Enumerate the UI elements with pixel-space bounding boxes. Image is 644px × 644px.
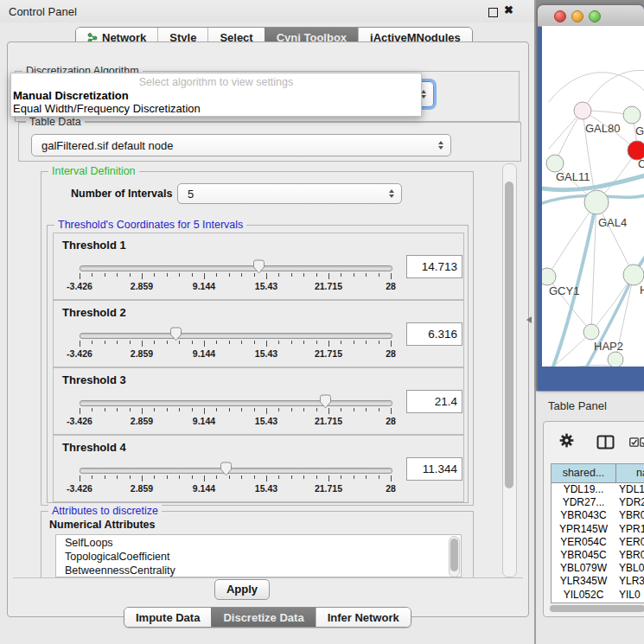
threshold-slider-handle[interactable] xyxy=(220,462,233,476)
minor-tick xyxy=(167,273,168,277)
minor-tick xyxy=(117,475,118,479)
minor-tick xyxy=(303,341,304,344)
table-row[interactable]: YER054CYER0 xyxy=(552,536,644,549)
threshold-slider-handle[interactable] xyxy=(252,259,265,274)
network-node[interactable] xyxy=(574,102,591,119)
minor-tick xyxy=(291,341,292,344)
table-cell[interactable]: YLR3 xyxy=(619,575,644,588)
zoom-traffic-light-icon[interactable] xyxy=(589,10,601,22)
column-header-shared[interactable]: shared... xyxy=(552,464,616,483)
table-row[interactable]: YDR27...YDR2 xyxy=(552,496,644,509)
algorithm-popup-item-manual-discretization[interactable]: Manual Discretization xyxy=(13,89,129,102)
network-node[interactable] xyxy=(623,106,641,124)
minor-tick xyxy=(291,475,292,479)
number-of-intervals-combo[interactable]: 5 xyxy=(177,183,402,204)
table-cell[interactable]: YBR0 xyxy=(619,549,644,562)
table-cell[interactable]: YPR1 xyxy=(619,523,644,536)
table-row[interactable]: YBR045CYBR0 xyxy=(552,549,644,562)
table-row[interactable]: YLR345WYLR3 xyxy=(552,575,644,588)
table-row[interactable]: YPR145WYPR1 xyxy=(552,523,644,536)
table-toolbar xyxy=(544,422,644,462)
table-cell[interactable]: YBR0 xyxy=(619,509,644,522)
minimize-traffic-light-icon[interactable] xyxy=(571,10,583,22)
network-window-titlebar[interactable] xyxy=(538,5,644,27)
table-cell[interactable]: YDR27... xyxy=(552,496,615,509)
network-node[interactable] xyxy=(608,352,623,367)
apply-button[interactable]: Apply xyxy=(214,579,270,600)
tab-infer-network[interactable]: Infer Network xyxy=(316,608,411,627)
minor-tick xyxy=(241,475,242,479)
network-node[interactable] xyxy=(546,155,564,172)
major-tick xyxy=(328,408,329,414)
table-row[interactable]: YBL079WYBL0 xyxy=(552,562,644,575)
tab-impute-data[interactable]: Impute Data xyxy=(124,608,211,627)
table-cell[interactable]: YBL079W xyxy=(552,562,615,575)
table-row[interactable]: YBR043CYBR0 xyxy=(552,509,644,522)
algorithm-popup-item-equal-width-frequency-discretization[interactable]: Equal Width/Frequency Discretization xyxy=(13,102,201,115)
main-scrollbar[interactable] xyxy=(502,163,517,577)
main-scrollbar-thumb[interactable] xyxy=(505,182,513,488)
threshold-slider-track[interactable] xyxy=(80,265,392,271)
attributes-scrollbar[interactable] xyxy=(449,536,460,577)
tick-label: 28 xyxy=(386,483,396,494)
minor-tick xyxy=(92,408,92,411)
table-hscrollbar[interactable] xyxy=(549,604,644,613)
threshold-value-field[interactable]: 14.713 xyxy=(406,255,462,278)
threshold-slider-track[interactable] xyxy=(80,400,392,406)
threshold-value-field[interactable]: 21.4 xyxy=(406,390,462,413)
combo-stepper-icon xyxy=(389,189,394,198)
splitter-collapse-arrow-icon[interactable] xyxy=(526,316,532,323)
minor-tick xyxy=(216,408,217,411)
table-cell[interactable]: YBR043C xyxy=(552,509,615,522)
table-cell[interactable]: YIL052C xyxy=(552,589,615,602)
algorithm-popup-prompt: Select algorithm to view settings xyxy=(11,76,421,88)
float-window-icon[interactable] xyxy=(488,8,498,17)
table-cell[interactable]: YDL1 xyxy=(619,483,644,496)
checkbox-checked-icon[interactable] xyxy=(640,437,644,447)
table-data-combo[interactable]: galFiltered.sif default node xyxy=(31,134,451,156)
threshold-value-field[interactable]: 6.316 xyxy=(406,322,462,346)
network-node[interactable] xyxy=(623,265,644,285)
attributes-scrollbar-thumb[interactable] xyxy=(450,539,458,571)
attribute-list-item[interactable]: BetweennessCentrality xyxy=(56,563,461,577)
checkbox-checked-icon[interactable] xyxy=(629,437,639,447)
close-icon[interactable]: ✖ xyxy=(504,3,513,16)
gear-icon[interactable] xyxy=(559,433,574,448)
threshold-slider-track[interactable] xyxy=(80,468,392,474)
network-node-label: GAL80 xyxy=(585,122,620,135)
threshold-value-field[interactable]: 11.344 xyxy=(406,457,462,481)
threshold-slider-track[interactable] xyxy=(80,333,392,339)
network-node-label: HAP2 xyxy=(594,340,623,353)
network-node[interactable] xyxy=(542,268,556,285)
table-cell[interactable]: YBR045C xyxy=(552,549,615,562)
network-node[interactable] xyxy=(584,190,609,214)
numerical-attributes-list[interactable]: SelfLoopsTopologicalCoefficientBetweenne… xyxy=(55,534,462,577)
major-tick xyxy=(142,341,143,347)
network-node[interactable] xyxy=(583,324,599,340)
table-row[interactable]: YDL19...YDL1 xyxy=(552,483,644,496)
attribute-list-item[interactable]: TopologicalCoefficient xyxy=(56,549,461,563)
threshold-slider-handle[interactable] xyxy=(169,327,182,341)
table-cell[interactable]: YPR145W xyxy=(552,523,615,536)
table-cell[interactable]: YER054C xyxy=(552,536,615,549)
attribute-list-item[interactable]: SelfLoops xyxy=(56,535,461,549)
split-columns-icon[interactable] xyxy=(596,435,615,450)
table-cell[interactable]: YLR345W xyxy=(552,575,615,588)
column-header-na[interactable]: na xyxy=(616,464,644,483)
table-cell[interactable]: YDL19... xyxy=(552,483,615,496)
table-cell[interactable]: YIL0 xyxy=(619,589,644,602)
table-hscrollbar-thumb[interactable] xyxy=(550,605,644,612)
threshold-slider-handle[interactable] xyxy=(319,394,332,409)
table-cell[interactable]: YER0 xyxy=(619,536,644,549)
table-cell[interactable]: YBL0 xyxy=(619,562,644,575)
minor-tick xyxy=(316,341,317,344)
table-cell[interactable]: YDR2 xyxy=(619,496,644,509)
tab-discretize-data[interactable]: Discretize Data xyxy=(211,608,315,627)
table-row[interactable]: YIL052CYIL0 xyxy=(552,589,644,602)
tick-label: 2.859 xyxy=(131,281,153,291)
close-traffic-light-icon[interactable] xyxy=(554,10,566,22)
minor-tick xyxy=(379,475,379,479)
network-canvas[interactable]: GAL80GAGAL11CGAL4GCY1HHAP2 xyxy=(542,26,644,367)
attribute-items: SelfLoopsTopologicalCoefficientBetweenne… xyxy=(56,535,461,577)
tick-label: 21.715 xyxy=(315,281,342,291)
